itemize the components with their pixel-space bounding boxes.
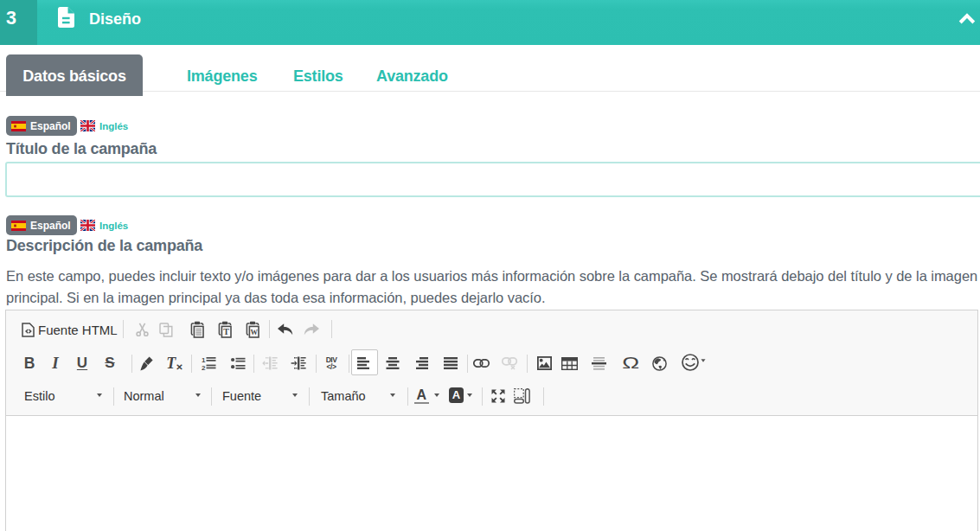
svg-text:W: W	[250, 328, 258, 336]
svg-text:T: T	[223, 327, 229, 336]
svg-text:1: 1	[202, 356, 206, 364]
svg-text:2: 2	[202, 364, 206, 370]
